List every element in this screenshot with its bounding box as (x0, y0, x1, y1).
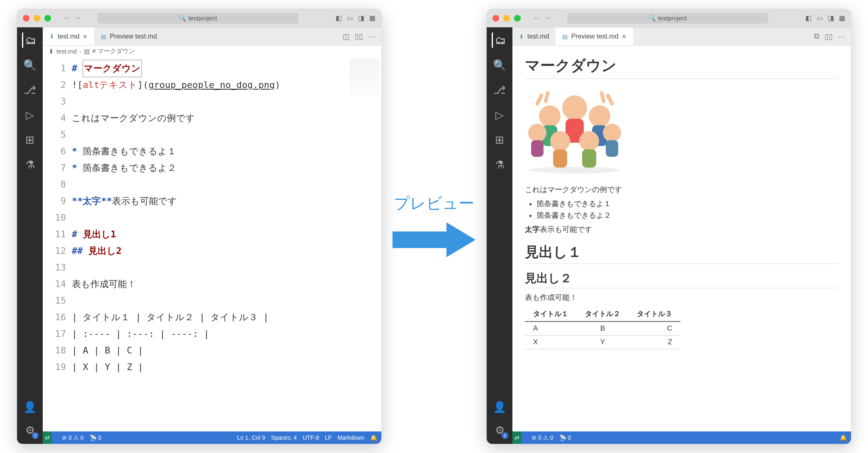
preview-paragraph: これはマークダウンの例です (525, 185, 839, 195)
source-control-icon[interactable]: ⎇ (492, 82, 507, 98)
activity-bar: 🗂 🔍 ⎇ ▷ ⊞ ⚗ 👤 ⚙ (17, 27, 43, 444)
markdown-preview[interactable]: マークダウン これはマークダウンの例です 箇条書きもできるよ１ 箇条書きもできる… (512, 46, 851, 431)
eol-status[interactable]: LF (325, 434, 332, 441)
nav-forward-icon[interactable]: → (73, 14, 81, 22)
search-activity-icon[interactable]: 🔍 (492, 57, 507, 73)
zoom-window-button[interactable] (44, 15, 51, 22)
settings-gear-icon[interactable]: ⚙ (492, 422, 507, 438)
search-activity-icon[interactable]: 🔍 (22, 57, 38, 73)
show-source-icon[interactable]: ⧉ (814, 32, 819, 41)
svg-point-7 (550, 131, 570, 151)
status-bar: ⇄ ⊘ 0 ⚠ 0 📡 0 🔔 (512, 431, 851, 444)
preview-list: 箇条書きもできるよ１ 箇条書きもできるよ２ (536, 199, 839, 220)
nav-back-icon[interactable]: ← (63, 14, 71, 22)
svg-point-1 (539, 105, 561, 127)
nav-arrows: ← → (63, 14, 81, 22)
open-preview-side-icon[interactable]: ◫ (343, 32, 350, 41)
remote-indicator[interactable]: ⇄ (512, 431, 522, 444)
tab-test-md[interactable]: ⬇ test.md (512, 27, 556, 45)
problems-indicator[interactable]: ⊘ 0 ⚠ 0 (532, 434, 553, 441)
arrow-icon (388, 219, 480, 261)
tab-preview-test-md[interactable]: ▤ Preview test.md ✕ (556, 27, 633, 45)
table-cell: X (525, 336, 577, 349)
extensions-icon[interactable]: ⊞ (22, 132, 38, 148)
table-cell: Z (629, 336, 680, 349)
radio-indicator[interactable]: 📡 0 (559, 434, 571, 441)
svg-point-13 (603, 124, 621, 142)
notifications-icon[interactable]: 🔔 (370, 434, 377, 441)
status-bar: ⇄ ⊘ 0 ⚠ 0 📡 0 Ln 1, Col 9 Spaces: 4 UTF-… (43, 431, 381, 444)
svg-rect-10 (582, 149, 596, 168)
list-item: 箇条書きもできるよ１ (536, 199, 839, 209)
split-editor-icon[interactable]: ▯▯ (824, 32, 833, 41)
tab-label: Preview test.md (110, 33, 157, 40)
panel-right-icon[interactable]: ◨ (828, 14, 834, 22)
breadcrumb-file: test.md (56, 48, 77, 55)
explorer-icon[interactable]: 🗂 (492, 32, 507, 48)
tab-preview-test-md[interactable]: ▤ Preview test.md (94, 27, 163, 45)
code-editor[interactable]: 12345678910111213141516171819 # マークダウン !… (43, 57, 381, 431)
panel-bottom-icon[interactable]: ▭ (817, 14, 823, 22)
panel-left-icon[interactable]: ◧ (336, 14, 342, 22)
nav-back-icon[interactable]: ← (533, 14, 541, 22)
nav-forward-icon[interactable]: → (543, 14, 551, 22)
layout-controls: ◧ ▭ ◨ ▦ (805, 14, 845, 22)
preview-image (525, 87, 624, 174)
notifications-icon[interactable]: 🔔 (840, 434, 847, 441)
table-cell: A (525, 321, 577, 336)
table-header: タイトル３ (629, 307, 680, 321)
breadcrumb[interactable]: ⬇ test.md › ▤ # マークダウン (43, 46, 381, 57)
command-center[interactable]: 🔍 testproject (567, 13, 768, 24)
tab-label: test.md (58, 33, 79, 40)
table-cell: C (629, 321, 680, 336)
source-control-icon[interactable]: ⎇ (22, 82, 38, 98)
command-center[interactable]: 🔍 testproject (98, 13, 298, 24)
close-tab-icon[interactable]: ✕ (83, 33, 88, 40)
accounts-icon[interactable]: 👤 (22, 399, 38, 415)
testing-icon[interactable]: ⚗ (492, 157, 507, 173)
language-mode[interactable]: Markdown (337, 434, 364, 441)
panel-left-icon[interactable]: ◧ (805, 14, 812, 22)
explorer-icon[interactable]: 🗂 (22, 32, 38, 48)
preview-icon: ▤ (101, 33, 106, 40)
run-debug-icon[interactable]: ▷ (492, 107, 507, 123)
encoding-status[interactable]: UTF-8 (302, 434, 319, 441)
layout-grid-icon[interactable]: ▦ (839, 14, 845, 22)
titlebar: ← → 🔍 testproject ◧ ▭ ◨ ▦ (487, 9, 851, 27)
preview-h1: マークダウン (525, 56, 839, 79)
close-window-button[interactable] (23, 15, 29, 22)
code-content[interactable]: # マークダウン ![altテキスト](group_people_no_dog.… (72, 57, 381, 431)
minimize-window-button[interactable] (503, 15, 510, 22)
close-tab-icon[interactable]: ✕ (622, 33, 627, 40)
tab-bar: ⬇ test.md ▤ Preview test.md ✕ ⧉ ▯▯ ⋯ (512, 27, 851, 46)
remote-indicator[interactable]: ⇄ (43, 431, 52, 444)
window-controls (493, 15, 521, 22)
problems-indicator[interactable]: ⊘ 0 ⚠ 0 (62, 434, 84, 441)
split-editor-icon[interactable]: ▯▯ (355, 32, 363, 41)
markdown-file-icon: ⬇ (519, 33, 524, 40)
settings-gear-icon[interactable]: ⚙ (22, 422, 38, 438)
more-actions-icon[interactable]: ⋯ (368, 32, 375, 41)
testing-icon[interactable]: ⚗ (22, 157, 38, 173)
zoom-window-button[interactable] (514, 15, 521, 22)
window-controls (23, 15, 51, 22)
layout-grid-icon[interactable]: ▦ (369, 14, 375, 22)
run-debug-icon[interactable]: ▷ (22, 107, 38, 123)
minimize-window-button[interactable] (34, 15, 40, 22)
preview-h1-2: 見出し１ (525, 243, 839, 264)
tab-bar: ⬇ test.md ✕ ▤ Preview test.md ◫ ▯▯ ⋯ (43, 27, 381, 46)
more-actions-icon[interactable]: ⋯ (838, 32, 845, 41)
preview-h2: 見出し２ (525, 270, 839, 288)
panel-right-icon[interactable]: ◨ (358, 14, 364, 22)
minimap[interactable] (350, 58, 379, 96)
extensions-icon[interactable]: ⊞ (492, 132, 507, 148)
radio-indicator[interactable]: 📡 0 (90, 434, 102, 441)
svg-rect-14 (606, 140, 618, 157)
indent-status[interactable]: Spaces: 4 (271, 434, 297, 441)
close-window-button[interactable] (493, 15, 499, 22)
accounts-icon[interactable]: 👤 (492, 399, 507, 415)
panel-bottom-icon[interactable]: ▭ (347, 14, 353, 22)
table-cell: Y (577, 336, 629, 349)
tab-test-md[interactable]: ⬇ test.md ✕ (43, 27, 94, 45)
cursor-position[interactable]: Ln 1, Col 9 (237, 434, 265, 441)
